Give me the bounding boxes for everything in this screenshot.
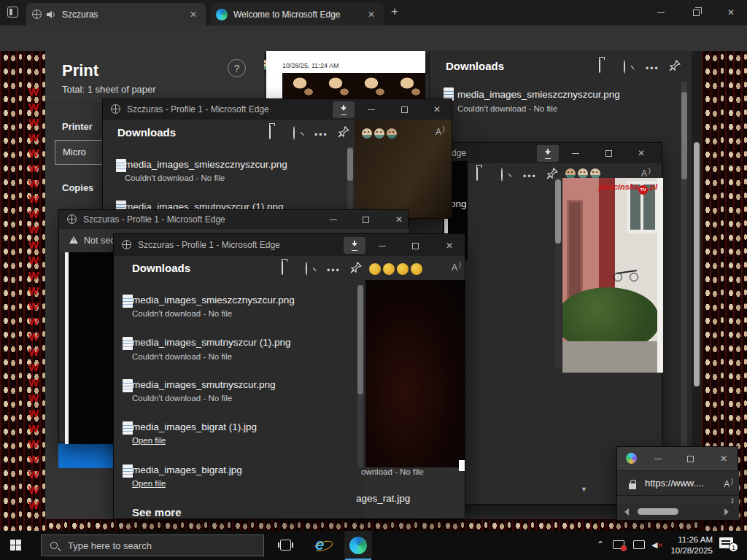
page-photo-dark xyxy=(365,280,465,467)
yellow-emoji-icon xyxy=(411,263,422,275)
close-button[interactable]: ✕ xyxy=(444,240,455,252)
mini-address-bar[interactable]: https://www.... A xyxy=(617,470,739,495)
edge-taskbar-button[interactable] xyxy=(344,531,372,560)
search-downloads-icon[interactable] xyxy=(293,127,306,140)
notification-center-icon[interactable]: 1 xyxy=(719,537,733,548)
taskbar-search-box[interactable]: Type here to search xyxy=(41,534,264,556)
download-item-name[interactable]: media_images_smutnyszcur (1).png xyxy=(132,337,291,348)
minimize-button[interactable] xyxy=(328,214,339,225)
open-folder-icon[interactable] xyxy=(282,262,295,275)
open-folder-icon[interactable] xyxy=(476,168,489,181)
see-more-link[interactable]: See more xyxy=(132,506,182,518)
read-aloud-icon[interactable]: A xyxy=(724,478,733,489)
window-title: Szczuras - Profile 1 - Microsoft Edge xyxy=(138,240,280,250)
minimize-button[interactable] xyxy=(570,147,581,159)
window-titlebar[interactable]: Szczuras - Profile 1 - Microsoft Edge ✕ xyxy=(103,99,452,120)
yellow-emoji-icon xyxy=(383,263,395,275)
search-downloads-icon[interactable] xyxy=(624,61,637,74)
search-downloads-icon[interactable] xyxy=(501,168,514,182)
tab-welcome-edge[interactable]: Welcome to Microsoft Edge ✕ xyxy=(210,3,384,26)
task-view-button[interactable] xyxy=(280,540,291,551)
pattern-w-column: W W W W W W W W W W W W W W W W W W W W … xyxy=(25,84,42,513)
tab-close-icon[interactable]: ✕ xyxy=(187,9,200,20)
clock-date: 10/28/2025 xyxy=(659,545,713,556)
close-button[interactable]: ✕ xyxy=(431,104,443,115)
desktop: Szczuras ✕ Welcome to Microsoft Edge ✕ +… xyxy=(0,0,747,560)
dropdown-caret-icon[interactable]: ▼ xyxy=(581,486,587,493)
yellow-emoji-icon xyxy=(369,263,381,275)
close-button[interactable]: ✕ xyxy=(635,147,647,159)
tab-szczuras[interactable]: Szczuras ✕ xyxy=(26,3,206,26)
tab-actions-icon[interactable] xyxy=(7,7,18,18)
download-item-name[interactable]: media_images_bigrat (1).jpg xyxy=(132,421,257,432)
taskbar-clock[interactable]: 11:26 AM 10/28/2025 xyxy=(659,534,713,556)
mini-hscrollbar[interactable] xyxy=(617,504,739,520)
window-titlebar[interactable]: ✕ xyxy=(617,447,738,470)
close-button[interactable]: ✕ xyxy=(393,214,405,225)
scrollbar[interactable] xyxy=(357,285,363,467)
tray-expand-icon[interactable]: ⌃ xyxy=(597,540,604,550)
window-titlebar[interactable]: Szczuras - Profile 1 - Microsoft Edge ✕ xyxy=(114,234,465,256)
download-item-status: Couldn't download - No file xyxy=(457,104,557,113)
downloads-button[interactable] xyxy=(333,101,355,118)
print-dialog-title: Print xyxy=(62,61,98,80)
read-aloud-icon[interactable]: A xyxy=(436,125,445,137)
download-item-name[interactable]: media_images_smutnyszcur.png xyxy=(132,379,276,390)
download-item-name[interactable]: media_images_bigrat.jpg xyxy=(132,464,242,475)
download-item-name[interactable]: media_images_smieszcznyszcur.png xyxy=(457,89,620,100)
minimize-button[interactable] xyxy=(365,104,377,115)
pin-icon[interactable] xyxy=(350,262,362,273)
yellow-emoji-icon xyxy=(397,263,409,275)
more-options-icon[interactable]: ••• xyxy=(646,63,659,77)
scroll-right-icon[interactable] xyxy=(724,508,729,516)
maximize-button[interactable] xyxy=(684,453,696,464)
close-button[interactable]: ✕ xyxy=(725,7,737,18)
page-pattern-bottom xyxy=(45,519,702,531)
downloads-button[interactable] xyxy=(344,237,365,254)
edge-favicon-icon xyxy=(216,9,228,20)
tab-strip: Szczuras ✕ Welcome to Microsoft Edge ✕ +… xyxy=(0,0,747,26)
open-file-link[interactable]: Open file xyxy=(132,436,166,445)
page-emoji-row xyxy=(362,126,399,139)
open-folder-icon[interactable] xyxy=(599,60,612,73)
open-folder-icon[interactable] xyxy=(269,126,282,139)
new-tab-button[interactable]: + xyxy=(391,4,398,19)
restore-button[interactable] xyxy=(690,7,702,18)
read-aloud-icon[interactable]: A xyxy=(641,167,651,179)
internet-explorer-icon[interactable]: e xyxy=(315,535,324,554)
scrollbar-thumb[interactable] xyxy=(694,142,700,386)
close-button[interactable]: ✕ xyxy=(718,453,729,464)
print-help-button[interactable]: ? xyxy=(228,59,246,77)
scrollbar-thumb[interactable] xyxy=(638,508,678,515)
downloads-button[interactable] xyxy=(537,145,559,162)
tab-close-icon[interactable]: ✕ xyxy=(365,9,378,20)
minimize-button[interactable] xyxy=(652,453,664,464)
window-title: Szczuras - Profile 1 - Microsoft Edge xyxy=(127,104,269,114)
window-titlebar[interactable]: Szczuras - Profile 1 - Microsoft Edge ✕ xyxy=(59,210,408,229)
maximize-button[interactable] xyxy=(603,147,614,159)
tray-display-icon[interactable] xyxy=(613,540,624,549)
more-options-icon[interactable]: ••• xyxy=(314,130,328,143)
download-item-name[interactable]: media_images_smieszcznyszcur.png xyxy=(125,159,287,170)
tray-network-icon[interactable] xyxy=(633,540,645,549)
pin-icon[interactable] xyxy=(669,60,681,71)
minimize-button[interactable] xyxy=(655,7,667,18)
scroll-left-icon[interactable] xyxy=(624,508,629,516)
more-options-icon[interactable]: ••• xyxy=(327,265,340,279)
notification-count-badge: 1 xyxy=(729,542,738,552)
start-button[interactable] xyxy=(10,540,15,545)
minimize-button[interactable] xyxy=(376,240,388,252)
download-item-name[interactable]: media_images_smieszcznyszcur.png xyxy=(132,295,295,306)
maximize-button[interactable] xyxy=(409,240,421,252)
pin-icon[interactable] xyxy=(338,126,349,138)
open-file-link[interactable]: Open file xyxy=(132,479,166,488)
search-downloads-icon[interactable] xyxy=(306,262,319,276)
scrollbar[interactable] xyxy=(347,147,353,219)
tab-title: Szczuras xyxy=(62,9,187,20)
maximize-button[interactable] xyxy=(398,104,410,115)
mini-url-text[interactable]: https://www.... xyxy=(645,478,704,489)
more-options-icon[interactable]: ••• xyxy=(523,171,536,184)
read-aloud-icon[interactable]: A xyxy=(452,261,461,273)
scrollbar[interactable] xyxy=(555,178,561,369)
maximize-button[interactable] xyxy=(360,214,371,225)
